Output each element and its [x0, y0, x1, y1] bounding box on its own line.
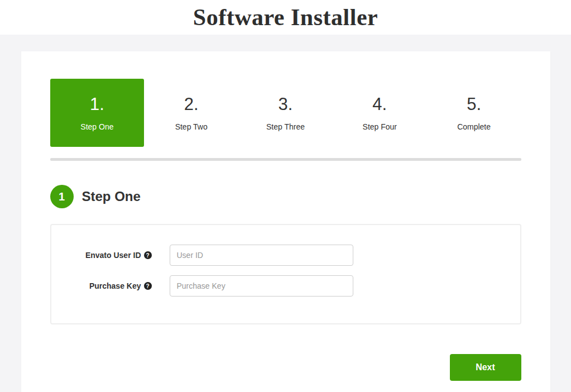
step-number: 4. [372, 94, 387, 114]
section-heading: 1 Step One [50, 185, 521, 208]
stepper-step-complete[interactable]: 5. Complete [427, 79, 521, 147]
form-row-purchase-key: Purchase Key ? [68, 275, 503, 297]
envato-user-id-label: Envato User ID ? [68, 251, 152, 260]
next-button[interactable]: Next [450, 354, 521, 381]
form-row-envato-user-id: Envato User ID ? [68, 245, 503, 266]
stepper-step-four[interactable]: 4. Step Four [333, 79, 427, 147]
stepper: 1. Step One 2. Step Two 3. Step Three 4.… [50, 79, 521, 147]
step-label: Step Three [266, 122, 305, 131]
step-label: Step Four [363, 122, 397, 131]
stepper-step-two[interactable]: 2. Step Two [144, 79, 238, 147]
purchase-key-label: Purchase Key ? [68, 281, 152, 290]
purchase-key-label-text: Purchase Key [89, 281, 141, 290]
installer-card: 1. Step One 2. Step Two 3. Step Three 4.… [21, 51, 550, 392]
stepper-step-three[interactable]: 3. Step Three [238, 79, 333, 147]
stepper-step-one[interactable]: 1. Step One [50, 79, 145, 147]
page-header: Software Installer [0, 0, 571, 35]
step-number: 3. [279, 94, 293, 114]
step-number-badge: 1 [50, 185, 74, 208]
envato-user-id-input[interactable] [170, 245, 353, 266]
section-title: Step One [82, 189, 141, 204]
actions-bar: Next [50, 354, 521, 381]
step-number: 2. [184, 94, 199, 114]
step-number: 5. [467, 94, 481, 114]
step-label: Step One [80, 122, 113, 131]
purchase-key-input[interactable] [170, 275, 353, 297]
step-label: Step Two [175, 122, 208, 131]
envato-user-id-label-text: Envato User ID [85, 251, 141, 260]
stepper-track [50, 158, 521, 161]
step-number: 1. [90, 94, 104, 114]
help-icon[interactable]: ? [144, 251, 152, 259]
step-label: Complete [457, 122, 491, 131]
step-one-form-panel: Envato User ID ? Purchase Key ? [50, 224, 521, 324]
help-icon[interactable]: ? [144, 282, 152, 290]
page-title: Software Installer [193, 4, 378, 31]
